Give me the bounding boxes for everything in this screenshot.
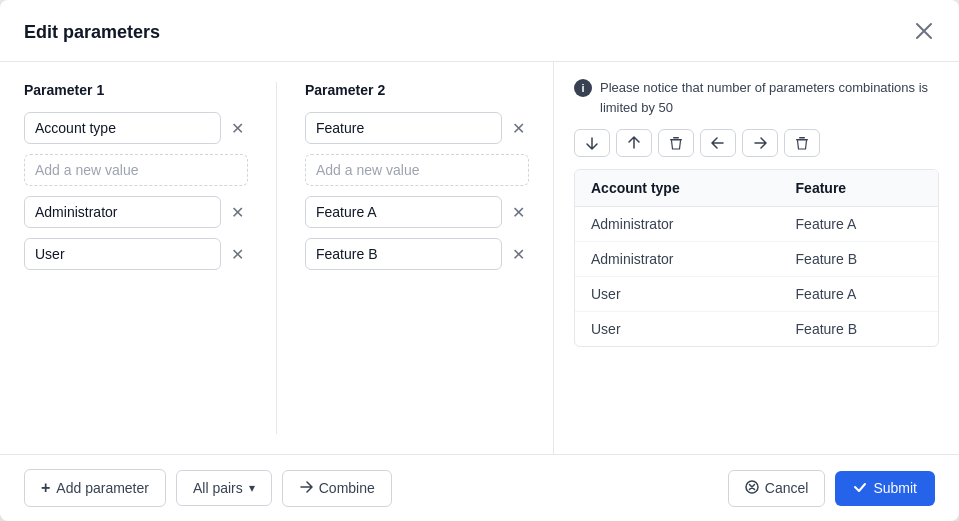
- parameter1-col: Parameter 1 ✕ Add a new value ✕ ✕: [24, 82, 248, 434]
- cancel-label: Cancel: [765, 480, 809, 496]
- move-left-button[interactable]: [700, 129, 736, 157]
- cell-feature: Feature B: [780, 242, 938, 277]
- parameter2-value1-input[interactable]: [305, 196, 502, 228]
- all-pairs-button[interactable]: All pairs ▾: [176, 470, 272, 506]
- parameter2-value1-remove[interactable]: ✕: [508, 201, 529, 224]
- cell-feature: Feature A: [780, 207, 938, 242]
- info-icon: i: [574, 79, 592, 97]
- checkmark-icon: [853, 480, 867, 497]
- parameter2-name-input[interactable]: [305, 112, 502, 144]
- params-divider: [276, 82, 277, 434]
- parameter1-value1-input[interactable]: [24, 196, 221, 228]
- combine-label: Combine: [319, 480, 375, 496]
- right-area: i Please notice that number of parameter…: [554, 62, 959, 454]
- parameter1-value1-remove[interactable]: ✕: [227, 201, 248, 224]
- cancel-icon: [745, 480, 759, 497]
- close-button[interactable]: [913, 20, 935, 45]
- parameter2-label: Parameter 2: [305, 82, 529, 98]
- combinations-table: Account type Feature AdministratorFeatur…: [574, 169, 939, 347]
- footer-left: + Add parameter All pairs ▾ Combine: [24, 469, 392, 507]
- cell-feature: Feature B: [780, 312, 938, 347]
- cell-account-type: Administrator: [575, 207, 780, 242]
- modal-title: Edit parameters: [24, 22, 160, 43]
- parameter1-add-value-button[interactable]: Add a new value: [24, 154, 248, 186]
- parameter1-value2-input[interactable]: [24, 238, 221, 270]
- modal-header: Edit parameters: [0, 0, 959, 62]
- params-area: Parameter 1 ✕ Add a new value ✕ ✕ Par: [0, 62, 554, 454]
- cell-account-type: User: [575, 277, 780, 312]
- parameter1-remove-button[interactable]: ✕: [227, 117, 248, 140]
- parameter2-value1-row: ✕: [305, 196, 529, 228]
- add-parameter-label: Add parameter: [56, 480, 149, 496]
- svg-rect-3: [799, 137, 805, 139]
- delete-cols-button[interactable]: [784, 129, 820, 157]
- modal-body: Parameter 1 ✕ Add a new value ✕ ✕ Par: [0, 62, 959, 454]
- chevron-down-icon: ▾: [249, 481, 255, 495]
- combine-button[interactable]: Combine: [282, 470, 392, 507]
- parameter2-value2-remove[interactable]: ✕: [508, 243, 529, 266]
- parameter1-value2-row: ✕: [24, 238, 248, 270]
- parameter2-remove-button[interactable]: ✕: [508, 117, 529, 140]
- parameter2-value2-input[interactable]: [305, 238, 502, 270]
- toolbar-row: [574, 129, 939, 157]
- arrow-right-icon: [299, 480, 313, 497]
- cancel-button[interactable]: Cancel: [728, 470, 826, 507]
- plus-icon: +: [41, 479, 50, 497]
- parameter2-add-value-button[interactable]: Add a new value: [305, 154, 529, 186]
- footer-right: Cancel Submit: [728, 470, 935, 507]
- move-up-button[interactable]: [616, 129, 652, 157]
- all-pairs-label: All pairs: [193, 480, 243, 496]
- modal: Edit parameters Parameter 1 ✕ Add a new …: [0, 0, 959, 521]
- col-header-account-type: Account type: [575, 170, 780, 207]
- table-row[interactable]: UserFeature B: [575, 312, 938, 347]
- svg-rect-1: [673, 137, 679, 139]
- modal-footer: + Add parameter All pairs ▾ Combine Canc…: [0, 454, 959, 521]
- parameter1-value2-remove[interactable]: ✕: [227, 243, 248, 266]
- table-row[interactable]: UserFeature A: [575, 277, 938, 312]
- parameter2-col: Parameter 2 ✕ Add a new value ✕ ✕: [305, 82, 529, 434]
- parameter2-value2-row: ✕: [305, 238, 529, 270]
- add-parameter-button[interactable]: + Add parameter: [24, 469, 166, 507]
- notice-text: Please notice that number of parameters …: [600, 78, 939, 117]
- cell-feature: Feature A: [780, 277, 938, 312]
- submit-label: Submit: [873, 480, 917, 496]
- col-header-feature: Feature: [780, 170, 938, 207]
- notice-bar: i Please notice that number of parameter…: [574, 78, 939, 117]
- table-row[interactable]: AdministratorFeature A: [575, 207, 938, 242]
- cell-account-type: Administrator: [575, 242, 780, 277]
- parameter1-name-row: ✕: [24, 112, 248, 144]
- table-row[interactable]: AdministratorFeature B: [575, 242, 938, 277]
- parameter1-value1-row: ✕: [24, 196, 248, 228]
- move-right-button[interactable]: [742, 129, 778, 157]
- move-down-button[interactable]: [574, 129, 610, 157]
- parameter2-name-row: ✕: [305, 112, 529, 144]
- cell-account-type: User: [575, 312, 780, 347]
- delete-rows-button[interactable]: [658, 129, 694, 157]
- parameter1-name-input[interactable]: [24, 112, 221, 144]
- parameter1-label: Parameter 1: [24, 82, 248, 98]
- submit-button[interactable]: Submit: [835, 471, 935, 506]
